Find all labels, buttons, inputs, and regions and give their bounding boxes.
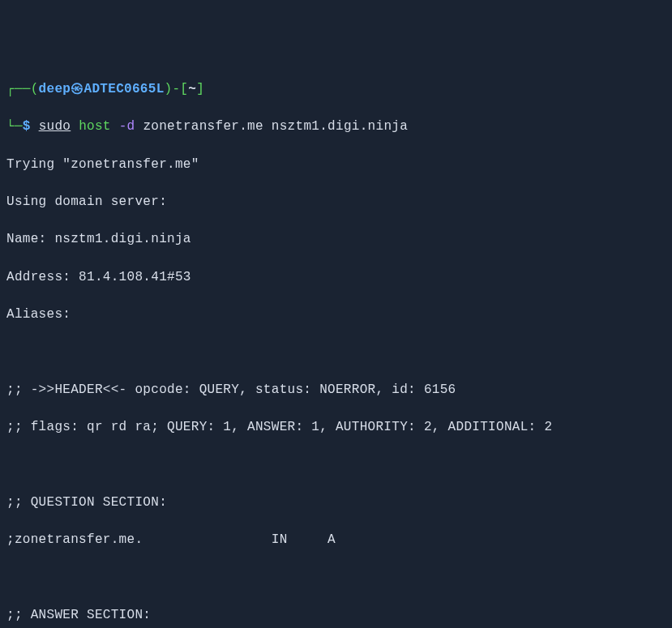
output-blank (6, 569, 666, 587)
prompt-line-2[interactable]: └─$ sudo host -d zonetransfer.me nsztm1.… (6, 117, 666, 136)
output-blank (6, 343, 666, 361)
command-sudo: sudo (39, 119, 71, 134)
output-answer-header: ;; ANSWER SECTION: (6, 606, 666, 625)
prompt-user: deep (39, 82, 71, 96)
output-header-1: ;; ->>HEADER<<- opcode: QUERY, status: N… (6, 381, 666, 399)
prompt-host: ADTEC0665L (84, 82, 165, 96)
prompt-line-1: ┌──(deep㉿ADTEC0665L)-[~] (6, 80, 666, 99)
output-address: Address: 81.4.108.41#53 (6, 268, 666, 287)
output-question-1: ;zonetransfer.me. IN A (6, 531, 666, 549)
prompt-path: ~ (188, 82, 196, 96)
prompt-dollar: $ (23, 119, 31, 134)
command-flag: -d (119, 119, 135, 134)
output-name: Name: nsztm1.digi.ninja (6, 230, 666, 249)
prompt-close: ) (165, 82, 173, 96)
command-host: host (79, 119, 111, 134)
prompt-at: ㉿ (71, 82, 83, 96)
output-aliases: Aliases: (6, 305, 666, 324)
prompt-path-open: [ (180, 82, 188, 96)
output-trying-1: Trying "zonetransfer.me" (6, 156, 666, 174)
output-using-domain: Using domain server: (6, 193, 666, 211)
prompt-dash: - (172, 82, 180, 96)
output-blank (6, 456, 666, 475)
prompt-path-close: ] (196, 82, 204, 96)
prompt-corner-top: ┌──( (6, 82, 39, 96)
command-args: zonetransfer.me nsztm1.digi.ninja (143, 119, 408, 134)
output-flags-1: ;; flags: qr rd ra; QUERY: 1, ANSWER: 1,… (6, 418, 666, 437)
prompt-corner-bottom: └─ (6, 119, 23, 134)
output-question-header-1: ;; QUESTION SECTION: (6, 493, 666, 512)
